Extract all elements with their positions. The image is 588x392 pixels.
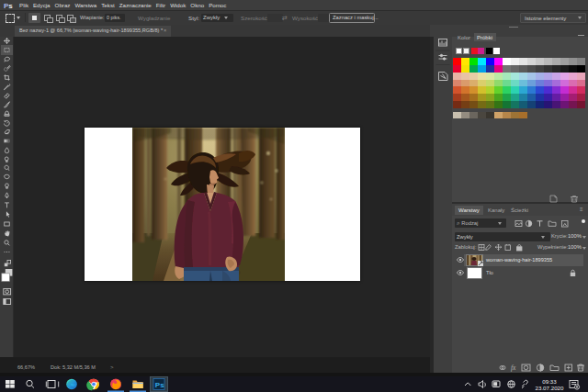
- svg-text:23.07.2020: 23.07.2020: [536, 385, 565, 391]
- svg-text:Ps: Ps: [155, 381, 164, 389]
- svg-text:fx: fx: [511, 364, 516, 372]
- svg-text:09:33: 09:33: [542, 378, 557, 385]
